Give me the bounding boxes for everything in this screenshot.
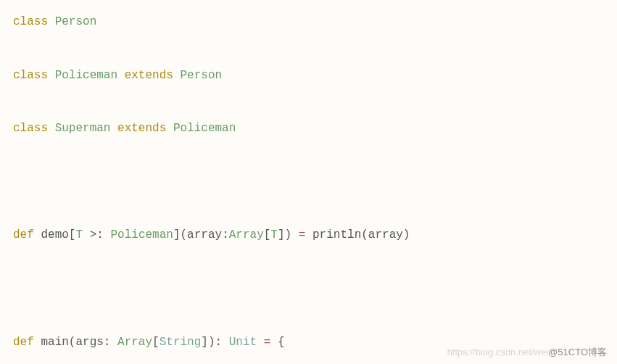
bracket: [ xyxy=(264,228,271,241)
type-policeman: Policeman xyxy=(55,69,117,82)
paren: ) xyxy=(403,228,410,241)
keyword-class: class xyxy=(13,122,48,135)
fn-call: println xyxy=(312,228,361,241)
keyword-def: def xyxy=(13,336,34,349)
bracket: [ xyxy=(69,228,76,241)
type-person: Person xyxy=(55,15,97,28)
type-policeman: Policeman xyxy=(173,122,236,135)
paren: ( xyxy=(181,228,188,241)
type-array: Array xyxy=(229,228,264,241)
brace: { xyxy=(278,336,285,349)
type-superman: Superman xyxy=(55,122,111,135)
fn-name: main xyxy=(41,336,68,349)
type-string: String xyxy=(160,336,202,349)
keyword-extends: extends xyxy=(125,69,173,82)
paren: ( xyxy=(361,228,368,241)
type-person: Person xyxy=(180,69,222,82)
code-line-blank xyxy=(13,169,604,196)
code-line-blank xyxy=(13,276,604,302)
keyword-def: def xyxy=(13,228,34,241)
keyword-extends: extends xyxy=(117,122,166,135)
colon: : xyxy=(215,336,223,349)
type-param-t: T xyxy=(75,228,83,241)
arg: array xyxy=(368,228,403,241)
colon: : xyxy=(104,336,111,349)
keyword-class: class xyxy=(13,69,48,82)
bracket: ] xyxy=(173,228,181,241)
bound-op: >: xyxy=(90,228,104,241)
code-line-4: def demo[T >: Policeman](array:Array[T])… xyxy=(13,222,604,249)
type-policeman: Policeman xyxy=(110,228,173,241)
arg-name: array xyxy=(187,228,222,241)
watermark-faint: https://blog.csdn.net/wei xyxy=(447,347,548,357)
code-line-3: class Superman extends Policeman xyxy=(13,115,604,142)
paren: ( xyxy=(69,336,76,349)
code-block: class Person class Policeman extends Per… xyxy=(13,9,604,364)
equals: = xyxy=(264,336,271,349)
bracket: ] xyxy=(278,228,285,241)
arg-name: args xyxy=(75,336,103,349)
fn-name: demo xyxy=(41,228,68,241)
paren: ) xyxy=(285,228,292,241)
paren: ) xyxy=(208,336,215,349)
equals: = xyxy=(299,228,306,241)
code-line-1: class Person xyxy=(13,9,604,36)
watermark: https://blog.csdn.net/wei@51CTO博客 xyxy=(447,347,607,357)
bracket: ] xyxy=(201,336,208,349)
colon: : xyxy=(222,228,229,241)
type-unit: Unit xyxy=(229,336,257,349)
watermark-dark: @51CTO博客 xyxy=(548,347,607,357)
keyword-class: class xyxy=(13,15,48,28)
type-param-t: T xyxy=(270,228,278,241)
code-line-2: class Policeman extends Person xyxy=(13,62,604,89)
bracket: [ xyxy=(152,336,160,349)
type-array: Array xyxy=(117,336,152,349)
